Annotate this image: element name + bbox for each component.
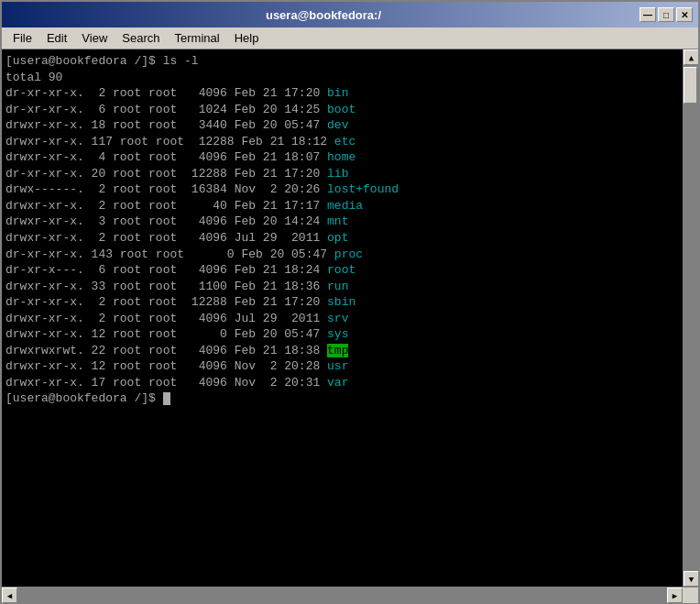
dir-root: dr-xr-x---. 6 root root 4096 Feb 21 18:2… [5, 262, 679, 279]
dir-run: drwxr-xr-x. 33 root root 1100 Feb 21 18:… [5, 279, 679, 295]
dir-usr: drwxr-xr-x. 12 root root 4096 Nov 2 20:2… [5, 358, 679, 375]
window-controls: — □ ✕ [640, 7, 693, 22]
scroll-track-horizontal[interactable] [17, 588, 667, 602]
menu-help[interactable]: Help [227, 29, 267, 47]
dir-mnt: drwxr-xr-x. 3 root root 4096 Feb 20 14:2… [5, 214, 679, 230]
dir-lost: drwx------. 2 root root 16384 Nov 2 20:2… [5, 181, 679, 198]
dir-bin: dr-xr-xr-x. 2 root root 4096 Feb 21 17:2… [5, 85, 679, 102]
minimize-button[interactable]: — [640, 7, 656, 22]
window-title: usera@bookfedora:/ [7, 8, 640, 22]
horizontal-scrollbar: ◀ ▶ [2, 587, 698, 602]
dir-dev: drwxr-xr-x. 18 root root 3440 Feb 20 05:… [5, 117, 679, 134]
scroll-track-vertical[interactable] [684, 65, 698, 571]
menu-view[interactable]: View [74, 29, 115, 47]
close-button[interactable]: ✕ [676, 7, 693, 22]
scroll-right-button[interactable]: ▶ [667, 588, 683, 603]
dir-lib: dr-xr-xr-x. 20 root root 12288 Feb 21 17… [5, 166, 679, 182]
terminal-output[interactable]: [usera@bookfedora /]$ ls -l total 90 dr-… [2, 49, 683, 587]
menu-search[interactable]: Search [115, 29, 167, 47]
dir-tmp: drwxrwxrwt. 22 root root 4096 Feb 21 18:… [5, 343, 679, 359]
vertical-scrollbar: ▲ ▼ [683, 49, 698, 587]
title-bar: usera@bookfedora:/ — □ ✕ [2, 2, 698, 27]
terminal-window: usera@bookfedora:/ — □ ✕ File Edit View … [0, 0, 700, 604]
dir-media: drwxr-xr-x. 2 root root 40 Feb 21 17:17 … [5, 198, 679, 214]
scroll-up-button[interactable]: ▲ [684, 49, 698, 65]
dir-srv: drwxr-xr-x. 2 root root 4096 Jul 29 2011… [5, 311, 679, 327]
scroll-thumb-vertical[interactable] [684, 67, 697, 104]
menu-edit[interactable]: Edit [39, 29, 74, 47]
scroll-left-button[interactable]: ◀ [2, 588, 17, 603]
terminal-area: [usera@bookfedora /]$ ls -l total 90 dr-… [2, 49, 698, 587]
command-line: [usera@bookfedora /]$ ls -l [5, 53, 679, 70]
dir-proc: dr-xr-xr-x. 143 root root 0 Feb 20 05:47… [5, 247, 679, 263]
prompt-line: [usera@bookfedora /]$ [5, 390, 679, 407]
dir-home: drwxr-xr-x. 4 root root 4096 Feb 21 18:0… [5, 149, 679, 166]
dir-sbin: dr-xr-xr-x. 2 root root 12288 Feb 21 17:… [5, 294, 679, 311]
scroll-down-button[interactable]: ▼ [684, 571, 698, 587]
total-line: total 90 [5, 70, 679, 86]
dir-var: drwxr-xr-x. 17 root root 4096 Nov 2 20:3… [5, 375, 679, 391]
dir-opt: drwxr-xr-x. 2 root root 4096 Jul 29 2011… [5, 230, 679, 247]
cursor [163, 392, 170, 405]
menu-file[interactable]: File [5, 29, 39, 47]
dir-sys: drwxr-xr-x. 12 root root 0 Feb 20 05:47 … [5, 326, 679, 343]
dir-boot: dr-xr-xr-x. 6 root root 1024 Feb 20 14:2… [5, 102, 679, 118]
maximize-button[interactable]: □ [658, 7, 674, 22]
menu-bar: File Edit View Search Terminal Help [2, 27, 698, 49]
scrollbar-corner [683, 588, 698, 603]
dir-etc: drwxr-xr-x. 117 root root 12288 Feb 21 1… [5, 134, 679, 150]
menu-terminal[interactable]: Terminal [168, 29, 227, 47]
